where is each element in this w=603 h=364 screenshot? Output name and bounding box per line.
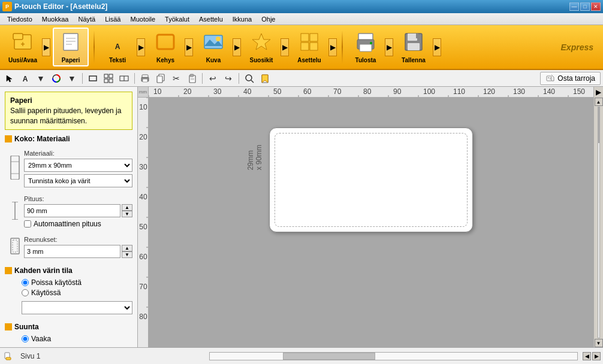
svg-rect-29 — [104, 74, 108, 78]
text-label: Teksti — [109, 57, 126, 63]
svg-rect-1 — [13, 34, 23, 40]
auto-length-checkbox[interactable] — [24, 220, 31, 228]
h-scroll-right-btn[interactable]: ▶ — [593, 87, 603, 98]
zoom-tool-button[interactable] — [242, 72, 257, 85]
toolbar-new-open-button[interactable]: + Uusi/Avaa — [5, 28, 41, 66]
color-picker-button[interactable] — [49, 72, 64, 85]
svg-text:120: 120 — [483, 87, 495, 96]
length-down-button[interactable]: ▼ — [122, 211, 132, 217]
toolbar2-separator-4 — [239, 73, 239, 84]
toolbar-layout-button[interactable]: Asettelu — [291, 28, 327, 66]
grid-button-2[interactable] — [117, 72, 131, 85]
scroll-up-button[interactable]: ▲ — [595, 98, 603, 106]
off-radio-row: Poissa käytöstä — [22, 278, 132, 287]
svg-rect-3 — [64, 34, 78, 50]
horizontal-radio-row: Vaaka — [22, 335, 132, 343]
margins-input[interactable] — [24, 245, 120, 258]
label-canvas[interactable] — [269, 128, 473, 232]
rect-tool-button[interactable] — [86, 72, 100, 85]
menu-tyokalut[interactable]: Työkalut — [160, 14, 194, 24]
menu-lisaa[interactable]: Lisää — [100, 14, 125, 24]
material-select[interactable]: 29mm x 90mm 62mm x 100mm — [24, 159, 132, 172]
toolbar-layout-arrow[interactable]: ▶ — [328, 38, 337, 56]
toolbar-text-arrow[interactable]: ▶ — [137, 38, 145, 56]
paste-button[interactable] — [185, 72, 199, 85]
toolbar2-separator-2 — [134, 73, 135, 84]
minimize-button[interactable]: — — [569, 2, 579, 11]
horizontal-radio[interactable] — [22, 335, 29, 342]
maximize-button[interactable]: □ — [580, 2, 590, 11]
menu-muokkaa[interactable]: Muokkaa — [37, 14, 74, 24]
toolbar-text-button[interactable]: A Teksti — [100, 28, 135, 66]
svg-text:60: 60 — [303, 87, 312, 96]
svg-text:30: 30 — [213, 87, 222, 96]
length-input[interactable] — [24, 204, 120, 217]
menu-nayta[interactable]: Näytä — [73, 14, 100, 24]
toolbar-image-button[interactable]: Kuva — [195, 28, 231, 66]
h-scrollbar[interactable] — [209, 352, 578, 360]
grid-button-1[interactable] — [101, 72, 116, 85]
margins-spinner[interactable]: ▲ ▼ — [122, 245, 132, 258]
toolbar-save-button[interactable]: Tallenna — [396, 28, 432, 66]
buy-tags-button[interactable]: Osta tarroja — [540, 72, 601, 85]
on-radio[interactable] — [22, 289, 29, 296]
on-radio-row: Käytössä — [22, 289, 132, 297]
print-tool-button[interactable] — [138, 72, 152, 85]
toolbar-paper-button[interactable]: Paperi — [53, 28, 89, 66]
menu-ikkuna[interactable]: Ikkuna — [228, 14, 257, 24]
svg-text:40: 40 — [139, 193, 147, 201]
toolbar-new-arrow[interactable]: ▶ — [42, 38, 50, 56]
svg-text:70: 70 — [333, 87, 342, 96]
toolbar-print-button[interactable]: Tulosta — [348, 28, 384, 66]
scroll-thumb-v[interactable] — [598, 107, 599, 143]
material-label: Materiaali: — [24, 150, 132, 157]
menu-muotoile[interactable]: Muotoile — [125, 14, 160, 24]
length-spinner[interactable]: ▲ ▼ — [122, 204, 132, 217]
window-controls[interactable]: — □ ✕ — [569, 2, 601, 11]
right-scrollbar[interactable]: ▲ ▼ — [593, 98, 603, 347]
direction-icon — [5, 323, 12, 330]
redo-button[interactable]: ↪ — [221, 72, 236, 85]
toolbar-save-arrow[interactable]: ▶ — [433, 38, 441, 56]
scroll-track-v — [598, 107, 600, 338]
scroll-right-btn[interactable]: ▶ — [592, 352, 601, 360]
copy-button[interactable] — [153, 72, 168, 85]
toolbar-image-arrow[interactable]: ▶ — [233, 38, 241, 56]
scroll-down-button[interactable]: ▼ — [595, 339, 603, 347]
detect-select[interactable]: Tunnista koko ja värit — [24, 174, 132, 187]
svg-rect-22 — [408, 34, 417, 41]
toolbar-frame-button[interactable]: Kehys — [147, 28, 183, 66]
label-inner-area[interactable] — [275, 133, 468, 227]
off-radio[interactable] — [22, 279, 29, 286]
svg-rect-16 — [310, 43, 318, 50]
margins-down-button[interactable]: ▼ — [122, 251, 132, 258]
menu-tiedosto[interactable]: Tiedosto — [2, 14, 37, 24]
color-dropdown-button[interactable]: ▼ — [65, 72, 79, 85]
text-dropdown-button[interactable]: ▼ — [34, 72, 48, 85]
svg-marker-25 — [7, 75, 12, 82]
margins-up-button[interactable]: ▲ — [122, 245, 132, 251]
toolbar-print-arrow[interactable]: ▶ — [385, 38, 393, 56]
toolbar-favorites-button[interactable]: Suosikit — [243, 28, 279, 66]
direction-label: Suunta — [14, 323, 39, 331]
page-icon[interactable] — [2, 351, 13, 361]
menu-ohje[interactable]: Ohje — [257, 14, 280, 24]
bookmark-button[interactable] — [258, 72, 272, 85]
undo-button[interactable]: ↩ — [206, 72, 220, 85]
text-tool-button[interactable]: A — [18, 72, 32, 85]
select-tool-button[interactable] — [2, 72, 17, 85]
toolbar-frame-arrow[interactable]: ▶ — [185, 38, 193, 56]
toolbar-favorites-arrow[interactable]: ▶ — [281, 38, 289, 56]
two-color-select[interactable] — [22, 301, 132, 314]
scroll-left-btn[interactable]: ◀ — [583, 352, 591, 360]
canvas-area[interactable]: 29mm x 90mm — [149, 98, 593, 347]
canvas-container: mm // ticks will be drawn by JS below 10… — [138, 87, 603, 347]
cut-button[interactable]: ✂ — [169, 72, 183, 85]
size-label-v: 29mm x 90mm — [246, 145, 263, 171]
close-button[interactable]: ✕ — [591, 2, 601, 11]
length-up-button[interactable]: ▲ — [122, 204, 132, 211]
h-scroll-thumb[interactable] — [283, 353, 375, 360]
menu-asettelu[interactable]: Asettelu — [194, 14, 228, 24]
svg-rect-31 — [104, 79, 108, 83]
frame-label: Kehys — [156, 57, 174, 63]
